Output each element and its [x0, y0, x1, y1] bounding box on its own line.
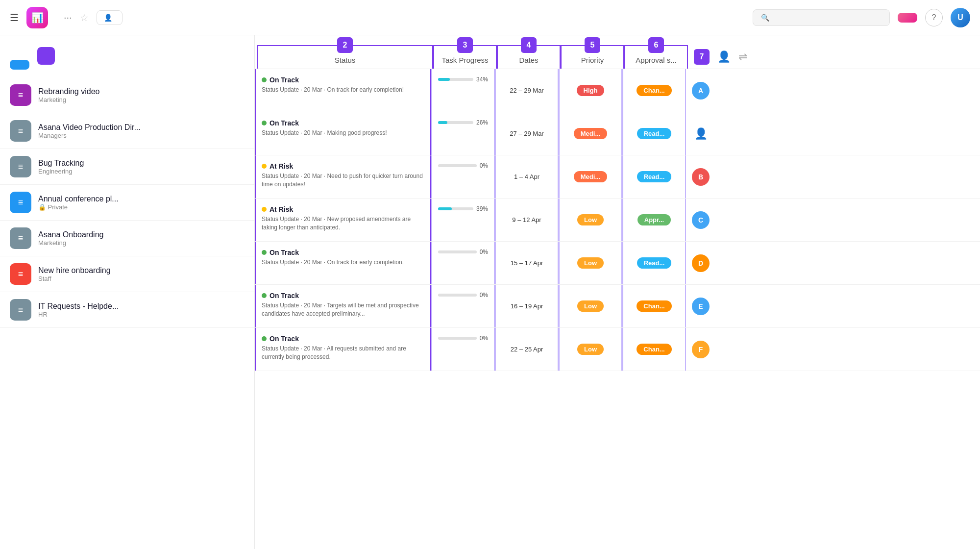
priority-badge: Low — [577, 214, 604, 225]
project-icon: ≡ — [10, 84, 31, 106]
project-subtitle: Managers — [38, 132, 141, 139]
table-row[interactable]: On Track Status Update · 20 Mar · All re… — [255, 328, 980, 371]
approval-badge: Chan... — [637, 344, 671, 355]
cell-priority: Medi... — [559, 155, 622, 198]
status-desc: Status Update · 20 Mar · On track for ea… — [262, 258, 404, 267]
status-type: On Track — [270, 76, 299, 84]
table-row[interactable]: On Track Status Update · 20 Mar · On tra… — [255, 242, 980, 285]
hamburger-menu[interactable]: ☰ — [10, 12, 19, 24]
priority-badge: Low — [577, 300, 604, 312]
cell-dates: 15 – 17 Apr — [495, 242, 559, 284]
status-indicator: At Risk — [262, 205, 293, 213]
cell-assignee: D — [686, 242, 715, 284]
assignee-avatar: D — [692, 254, 710, 272]
cell-approval: Chan... — [622, 69, 686, 112]
col-badge-7: 7 — [694, 49, 710, 65]
progress-bar-bg — [438, 337, 477, 340]
sidebar-item-2[interactable]: ≡ Asana Video Production Dir... Managers — [0, 113, 254, 149]
project-subtitle: Staff — [38, 275, 111, 282]
cell-assignee: C — [686, 199, 715, 241]
approval-badge: Read... — [637, 128, 672, 139]
top-nav: ☰ 📊 ··· ☆ 👤 🔍 ? U — [0, 0, 980, 35]
progress-bar-bg — [438, 121, 473, 124]
cell-status: On Track Status Update · 20 Mar · Making… — [255, 112, 431, 155]
approval-badge: Read... — [637, 171, 672, 182]
cell-assignee: A — [686, 69, 715, 112]
progress-bar-bg — [438, 164, 477, 167]
date-range: 1 – 4 Apr — [514, 173, 539, 180]
col-header-priority: 5 Priority — [561, 45, 624, 69]
cell-progress: 39% — [431, 199, 495, 241]
sidebar-item-3[interactable]: ≡ Bug Tracking Engineering — [0, 149, 254, 185]
cell-approval: Appr... — [622, 199, 686, 241]
progress-bar-bg — [438, 250, 477, 253]
assignee-avatar: A — [692, 82, 710, 100]
progress-bar-bg — [438, 294, 477, 297]
project-icon: ≡ — [10, 227, 31, 249]
status-type: At Risk — [270, 162, 293, 170]
new-button[interactable] — [898, 13, 917, 23]
table-row[interactable]: On Track Status Update · 20 Mar · Target… — [255, 285, 980, 328]
cell-dates: 27 – 29 Mar — [495, 112, 559, 155]
priority-badge: Medi... — [574, 128, 607, 139]
table-row[interactable]: At Risk Status Update · 20 Mar · Need to… — [255, 155, 980, 199]
user-avatar[interactable]: U — [951, 8, 970, 27]
approval-badge: Read... — [637, 257, 672, 269]
cell-assignee: F — [686, 328, 715, 371]
status-type: On Track — [270, 335, 299, 343]
project-name: IT Requests - Helpde... — [38, 302, 119, 311]
status-dot — [262, 336, 267, 341]
status-desc: Status Update · 20 Mar · Targets will be… — [262, 301, 424, 318]
more-options-icon[interactable]: ··· — [64, 12, 72, 23]
cell-progress: 0% — [431, 285, 495, 327]
sidebar-item-1[interactable]: ≡ Rebranding video Marketing — [0, 77, 254, 113]
status-indicator: On Track — [262, 249, 299, 256]
help-button[interactable]: ? — [925, 9, 943, 26]
sidebar-project-list: ≡ Rebranding video Marketing ≡ Asana Vid… — [0, 77, 254, 328]
status-type: On Track — [270, 249, 299, 256]
progress-percent: 0% — [480, 162, 488, 169]
progress-percent: 34% — [476, 76, 488, 83]
assignee-avatar: C — [692, 211, 710, 229]
date-range: 22 – 25 Apr — [511, 346, 543, 353]
date-range: 27 – 29 Mar — [510, 130, 543, 137]
progress-bar-fill — [438, 78, 450, 81]
share-button[interactable]: 👤 — [97, 10, 122, 25]
priority-badge: Low — [577, 257, 604, 269]
status-desc: Status Update · 20 Mar · Making good pro… — [262, 129, 387, 137]
table-row[interactable]: On Track Status Update · 20 Mar · Making… — [255, 112, 980, 155]
favorite-icon[interactable]: ☆ — [80, 12, 89, 24]
app-icon: 📊 — [26, 7, 48, 28]
project-name: Asana Onboarding — [38, 230, 103, 239]
add-project-button[interactable] — [10, 60, 29, 70]
col-badge-3: 3 — [457, 37, 473, 53]
progress-percent: 0% — [480, 249, 488, 255]
status-indicator: On Track — [262, 335, 299, 343]
project-subtitle: Marketing — [38, 96, 99, 103]
cell-priority: Low — [559, 242, 622, 284]
sidebar-item-4[interactable]: ≡ Annual conference pl... 🔒 Private — [0, 185, 254, 221]
sidebar-item-7[interactable]: ≡ IT Requests - Helpde... HR — [0, 292, 254, 328]
share-icon: 👤 — [104, 14, 112, 22]
status-type: On Track — [270, 292, 299, 299]
col-badge-6: 6 — [648, 37, 664, 53]
assignee-icon: 👤 — [717, 50, 731, 63]
table-row[interactable]: At Risk Status Update · 20 Mar · New pro… — [255, 199, 980, 242]
cell-progress: 0% — [431, 328, 495, 371]
table-row[interactable]: On Track Status Update · 20 Mar · On tra… — [255, 69, 980, 112]
project-name: Asana Video Production Dir... — [38, 123, 141, 132]
status-desc: Status Update · 20 Mar · On track for ea… — [262, 86, 404, 94]
search-bar[interactable]: 🔍 — [753, 9, 890, 26]
sidebar-item-6[interactable]: ≡ New hire onboarding Staff — [0, 256, 254, 292]
col-badge-5: 5 — [585, 37, 600, 53]
progress-percent: 0% — [480, 292, 488, 299]
sidebar-item-5[interactable]: ≡ Asana Onboarding Marketing — [0, 221, 254, 256]
cell-approval: Chan... — [622, 328, 686, 371]
cell-dates: 1 – 4 Apr — [495, 155, 559, 198]
date-range: 9 – 12 Apr — [512, 216, 541, 224]
assignee-avatar: E — [692, 298, 710, 315]
col-badge-2: 2 — [337, 37, 353, 53]
progress-bar-bg — [438, 78, 473, 81]
cell-approval: Read... — [622, 112, 686, 155]
cell-approval: Chan... — [622, 285, 686, 327]
